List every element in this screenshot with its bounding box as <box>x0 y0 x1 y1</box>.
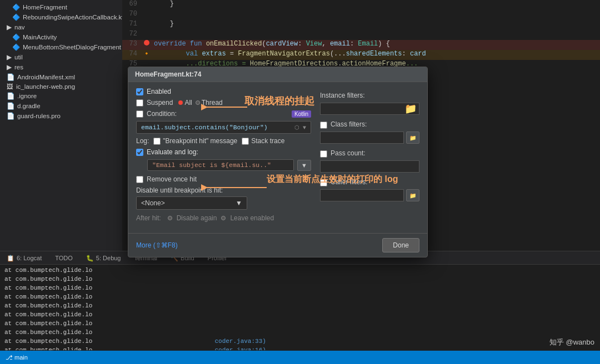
image-file-icon: 🖼 <box>7 83 13 90</box>
remove-once-hit-label: Remove once hit <box>147 175 197 183</box>
status-bar: ⎇ main <box>0 351 600 364</box>
file-tree-item[interactable]: 📄 .ignore <box>0 91 122 101</box>
expand-icon[interactable]: ⬡ ▼ <box>294 124 306 131</box>
disable-dropdown[interactable]: <None> ▼ <box>136 196 247 210</box>
dialog-title: HomeFragment.kt:74 <box>135 70 201 78</box>
file-tree-item[interactable]: 🔷 MainActivity <box>0 32 122 42</box>
pass-count-checkbox[interactable] <box>320 150 327 158</box>
xml-file-icon: 📄 <box>7 73 14 81</box>
enabled-checkbox[interactable] <box>136 88 143 95</box>
log-content: at com.bumptech.glide.lo at com.bumptech… <box>0 265 600 350</box>
file-tree-item[interactable]: 📄 AndroidManifest.xml <box>0 72 122 82</box>
condition-row: Condition: Kotlin <box>136 110 311 118</box>
log-line: at com.bumptech.glide.locoder.java:16) <box>0 346 600 350</box>
caller-filters-browse-btn[interactable]: 📁 <box>406 189 419 201</box>
more-link[interactable]: More (⇧⌘F8) <box>136 241 178 249</box>
log-line: at com.bumptech.glide.lo <box>0 275 600 284</box>
suspend-row: Suspend All Thread <box>136 99 311 107</box>
done-button[interactable]: Done <box>382 238 419 252</box>
thread-radio-dot <box>196 100 200 105</box>
all-radio-dot <box>178 100 183 105</box>
class-filters-input-row: 📁 <box>320 132 419 144</box>
gradle-file-icon: 📄 <box>7 102 14 110</box>
dialog-footer: More (⇧⌘F8) Done <box>128 233 427 257</box>
code-line-73: 73 override fun onEmailClicked(cardView:… <box>122 40 600 50</box>
file-tree-item[interactable]: ▶ nav <box>0 22 122 32</box>
kotlin-file-icon: 🔷 <box>12 13 20 21</box>
kotlin-badge: Kotlin <box>292 110 311 118</box>
file-tree-item[interactable]: 🖼 ic_launcher-web.png <box>0 82 122 91</box>
thread-label: Thread <box>202 99 223 107</box>
remove-once-hit-row: Remove once hit <box>136 175 311 183</box>
caller-filters-section: Caller filters: 📁 <box>320 178 419 201</box>
condition-input-text: email.subject.contains("Bonjour") <box>141 124 268 131</box>
watermark: 知乎 @wanbo <box>549 337 594 347</box>
kotlin-file-icon: 🔷 <box>12 33 20 41</box>
dialog-header: HomeFragment.kt:74 <box>128 67 427 82</box>
breakpoint-hit-checkbox[interactable] <box>153 138 161 145</box>
log-line: at com.bumptech.glide.lo <box>0 292 600 301</box>
dropdown-arrow-icon: ▼ <box>236 199 242 207</box>
git-branch: ⎇ main <box>6 354 28 361</box>
log-line: at com.bumptech.glide.lo <box>0 328 600 337</box>
breakpoint-dialog: HomeFragment.kt:74 Enabled Suspend A <box>128 67 428 257</box>
file-tree-item[interactable]: 📄 d.gradle <box>0 101 122 111</box>
remove-once-hit-checkbox[interactable] <box>136 176 143 183</box>
enabled-label: Enabled <box>147 88 171 95</box>
file-icon: 📄 <box>7 92 14 100</box>
kotlin-file-icon: 🔷 <box>12 43 20 51</box>
disable-again-radio <box>168 216 172 220</box>
file-tree-item[interactable]: 🔷 HomeFragment <box>0 2 122 12</box>
suspend-label: Suspend <box>147 99 173 107</box>
code-line-74: 74 🔸 val extras = FragmentNavigatorExtra… <box>122 50 600 60</box>
log-line: at com.bumptech.glide.lo <box>0 319 600 328</box>
folder-browse-icon[interactable]: 📁 <box>404 103 417 115</box>
none-value: <None> <box>141 199 165 207</box>
evaluate-row: Evaluate and log: <box>136 148 311 156</box>
folder-icon: ▶ <box>7 23 12 31</box>
pro-file-icon: 📄 <box>7 112 14 120</box>
file-tree-item[interactable]: ▶ res <box>0 62 122 72</box>
all-label: All <box>184 99 192 107</box>
evaluate-input[interactable] <box>147 159 294 171</box>
stack-trace-checkbox[interactable] <box>242 138 249 145</box>
todo-tab[interactable]: TODO <box>48 251 79 265</box>
code-line-71: 71 } <box>122 20 600 30</box>
log-line: at com.bumptech.glide.lo <box>0 266 600 275</box>
file-tree-item[interactable]: 🔷 ReboundingSwipeActionCallback.kt <box>0 12 122 22</box>
file-tree-item[interactable]: 🔷 MenuBottomSheetDialogFragment <box>0 42 122 52</box>
condition-checkbox[interactable] <box>136 110 143 118</box>
code-line-70: 70 <box>122 10 600 20</box>
class-filters-input[interactable] <box>320 132 404 144</box>
bottom-panel: 📋 6: Logcat TODO 🐛 5: Debug Terminal 🔨 B… <box>0 251 600 351</box>
file-tree-item[interactable]: 📄 guard-rules.pro <box>0 111 122 121</box>
log-line: at com.bumptech.glide.lo <box>0 284 600 292</box>
condition-input[interactable]: email.subject.contains("Bonjour") ⬡ ▼ <box>136 121 311 134</box>
disable-section: Disable until breakpoint is hit: <None> … <box>136 186 311 210</box>
evaluate-checkbox[interactable] <box>136 149 143 156</box>
code-line-72: 72 <box>122 30 600 40</box>
pass-count-input[interactable] <box>320 160 419 173</box>
folder-icon: ▶ <box>7 63 12 71</box>
instance-filters-label: Instance filters: <box>320 92 419 99</box>
pass-count-label: Pass count: <box>331 149 366 157</box>
debug-tab[interactable]: 🐛 5: Debug <box>79 251 128 265</box>
class-filters-checkbox[interactable] <box>320 122 327 129</box>
caller-filters-checkbox[interactable] <box>320 179 327 186</box>
disable-label: Disable until breakpoint is hit: <box>136 186 311 194</box>
caller-filters-input[interactable] <box>320 189 404 201</box>
logcat-icon: 📋 <box>7 251 14 265</box>
breakpoint-hit-label: "Breakpoint hit" message <box>163 137 237 145</box>
breakpoint-indicator <box>144 40 149 46</box>
leave-enabled-radio <box>221 216 226 220</box>
instance-filters-input[interactable]: 📁 <box>320 103 419 115</box>
logcat-tab[interactable]: 📋 6: Logcat <box>0 251 48 265</box>
suspend-checkbox[interactable] <box>136 99 143 107</box>
file-tree-item[interactable]: ▶ util <box>0 52 122 62</box>
folder-icon: ▶ <box>7 53 12 61</box>
class-filters-browse-btn[interactable]: 📁 <box>406 132 419 144</box>
log-section-header: Log: "Breakpoint hit" message Stack trac… <box>136 137 311 145</box>
after-hit-label: After hit: <box>136 214 161 222</box>
evaluate-input-row: ▼ <box>147 159 311 171</box>
evaluate-dropdown-btn[interactable]: ▼ <box>297 160 311 171</box>
